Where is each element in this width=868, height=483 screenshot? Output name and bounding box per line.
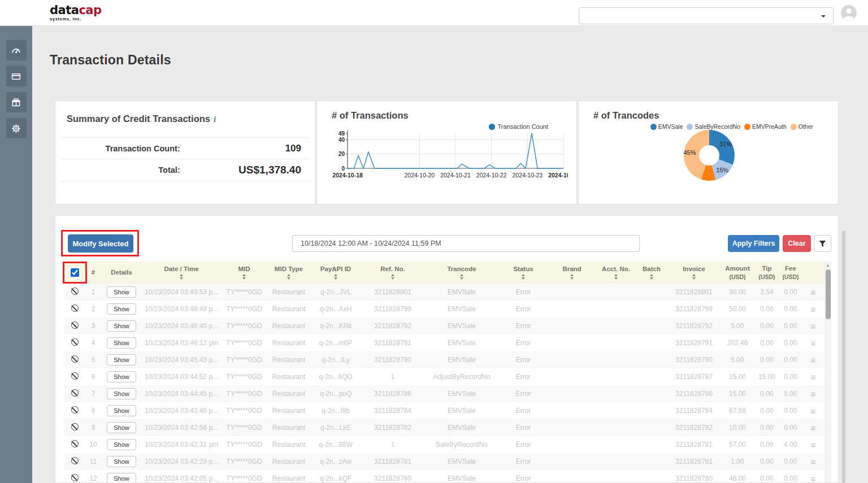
table-row: 11Show10/23/2024 03:42:29 p...TY*****0GD…: [64, 453, 824, 470]
show-details-button[interactable]: Show: [107, 473, 136, 483]
void-icon[interactable]: [71, 304, 79, 312]
col-header-datetime[interactable]: Date / Time: [142, 262, 221, 284]
cell-tip: 0.00: [754, 419, 779, 436]
void-icon[interactable]: [71, 457, 79, 464]
sort-icon[interactable]: [361, 274, 424, 280]
col-header-status[interactable]: Status: [499, 262, 548, 284]
sidebar-item-products[interactable]: [6, 92, 27, 112]
show-details-button[interactable]: Show: [107, 405, 136, 416]
modify-selected-button[interactable]: Modify Selected: [68, 234, 133, 253]
col-header-batch[interactable]: Batch: [636, 262, 667, 284]
void-icon[interactable]: [71, 288, 79, 295]
svg-text:0: 0: [341, 166, 345, 172]
col-header-select[interactable]: [64, 262, 85, 284]
sort-icon[interactable]: [221, 274, 267, 280]
show-details-button[interactable]: Show: [107, 388, 136, 399]
show-details-button[interactable]: Show: [107, 337, 136, 349]
col-header-ref_no[interactable]: Ref. No.: [361, 262, 424, 284]
show-details-button[interactable]: Show: [107, 354, 136, 365]
select-all-checkbox[interactable]: [71, 268, 79, 277]
sidebar-item-dashboard[interactable]: [6, 40, 27, 60]
cell-mid_type: Restaurant: [267, 385, 310, 402]
row-menu-icon[interactable]: ≡: [811, 440, 816, 450]
datacap-logo[interactable]: datacap systems, inc.: [50, 5, 102, 21]
row-menu-icon[interactable]: ≡: [811, 474, 816, 483]
sort-icon[interactable]: [267, 274, 310, 280]
col-header-payapi_id[interactable]: PayAPI ID: [310, 262, 361, 284]
void-icon[interactable]: [71, 355, 79, 363]
col-header-invoice[interactable]: Invoice: [667, 262, 721, 284]
filter-button[interactable]: [814, 235, 831, 252]
summary-cards-row: Summary of Credit Transactionsi Transact…: [55, 101, 839, 204]
void-icon[interactable]: [71, 372, 79, 380]
table-scrollbar-thumb[interactable]: [826, 269, 831, 319]
show-details-button[interactable]: Show: [107, 371, 136, 382]
void-icon[interactable]: [71, 338, 79, 346]
user-avatar[interactable]: [841, 5, 857, 21]
show-details-button[interactable]: Show: [107, 456, 136, 467]
transactions-line-chart: 02040492024-10-182024-10-202024-10-21202…: [326, 128, 568, 183]
show-details-button[interactable]: Show: [107, 303, 136, 315]
col-header-acct_no[interactable]: Acct. No.: [596, 262, 636, 284]
show-details-button[interactable]: Show: [107, 286, 136, 298]
account-select[interactable]: [579, 7, 834, 24]
summary-total-label: Total:: [61, 166, 180, 175]
date-range-input[interactable]: [292, 235, 640, 252]
void-icon[interactable]: [71, 423, 79, 430]
col-sublabel: (USD): [779, 273, 802, 280]
clear-button[interactable]: Clear: [783, 235, 811, 252]
row-menu-icon[interactable]: ≡: [811, 321, 816, 331]
info-icon[interactable]: i: [214, 115, 216, 124]
sidebar-item-settings[interactable]: [6, 118, 27, 138]
row-menu-icon[interactable]: ≡: [811, 338, 816, 348]
row-menu-icon[interactable]: ≡: [811, 457, 816, 467]
row-menu-icon[interactable]: ≡: [811, 406, 816, 416]
row-menu-icon[interactable]: ≡: [811, 304, 816, 314]
col-header-trancode[interactable]: Trancode: [424, 262, 499, 284]
row-menu-icon[interactable]: ≡: [811, 389, 816, 399]
col-header-brand[interactable]: Brand: [548, 262, 596, 284]
cell-status: Error: [499, 351, 548, 368]
cell-mid: TY*****0GD: [221, 419, 267, 436]
void-icon[interactable]: [71, 440, 79, 447]
cell-fee: 0.00: [779, 317, 802, 334]
cell-tip: 0.00: [754, 453, 779, 470]
row-menu-icon[interactable]: ≡: [811, 423, 816, 433]
cell-trancode: EMVSale: [424, 334, 499, 351]
sort-icon[interactable]: [636, 274, 667, 280]
sort-icon[interactable]: [548, 274, 596, 280]
show-details-button[interactable]: Show: [107, 439, 136, 450]
row-menu-icon[interactable]: ≡: [811, 355, 816, 365]
scrollbar-up-arrow[interactable]: ▲: [824, 263, 831, 267]
void-icon[interactable]: [71, 406, 79, 414]
sort-icon[interactable]: [499, 274, 548, 280]
sort-icon[interactable]: [142, 274, 221, 280]
col-header-mid[interactable]: MID: [221, 262, 267, 284]
cell-void: [64, 385, 85, 402]
row-menu-icon[interactable]: ≡: [811, 288, 816, 297]
cell-void: [64, 284, 85, 301]
cell-acct_no: [596, 419, 636, 436]
void-icon[interactable]: [71, 321, 79, 329]
cell-status: Error: [499, 368, 548, 385]
cell-ref_no: 3211828780: [361, 470, 424, 483]
sidebar-item-transactions[interactable]: [6, 66, 27, 86]
sort-icon[interactable]: [667, 274, 721, 280]
sort-icon[interactable]: [310, 274, 361, 280]
cell-batch: [636, 317, 667, 334]
show-details-button[interactable]: Show: [107, 320, 136, 332]
apply-filters-button[interactable]: Apply Filters: [728, 235, 779, 252]
void-icon[interactable]: [71, 389, 79, 397]
show-details-button[interactable]: Show: [107, 422, 136, 433]
void-icon[interactable]: [71, 474, 79, 481]
cell-payapi_id: q-2n...ILy: [310, 351, 361, 368]
cell-fee: 0.00: [779, 301, 802, 317]
col-header-mid_type[interactable]: MID Type: [267, 262, 310, 284]
section-scrollbar-thumb[interactable]: [842, 230, 845, 483]
sort-icon[interactable]: [424, 274, 499, 280]
cell-mid_type: Restaurant: [267, 402, 310, 419]
row-menu-icon[interactable]: ≡: [811, 372, 816, 382]
trancodes-chart-legend: EMVSaleSaleByRecordNoEMVPreAuthOther: [650, 123, 813, 130]
legend-dot: [687, 124, 693, 130]
sort-icon[interactable]: [596, 274, 636, 280]
